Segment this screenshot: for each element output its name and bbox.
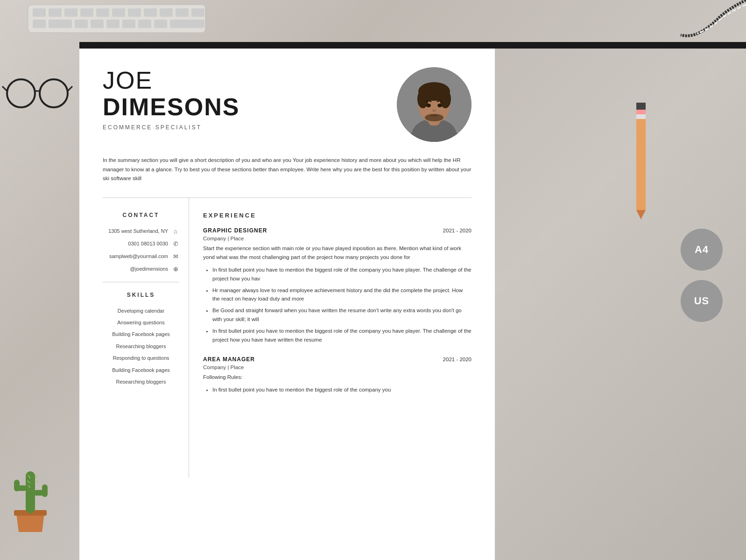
skill-item: Building Facebook pages (103, 367, 179, 374)
svg-rect-22 (122, 20, 135, 28)
svg-point-51 (426, 104, 431, 107)
badge-a4-label: A4 (695, 244, 709, 256)
svg-rect-8 (64, 8, 77, 17)
resume-paper: JOE DIMESONS ECOMMERCE SPECIALIST (79, 49, 495, 560)
contact-address-item: 1305 west Sutherland, NY ⌂ (103, 228, 179, 235)
bullet-item: In first bullet point you have to mentio… (212, 327, 472, 344)
two-column-section: CONTACT 1305 west Sutherland, NY ⌂ 0301 … (103, 198, 472, 478)
svg-rect-9 (80, 8, 93, 17)
last-name: DIMESONS (103, 94, 239, 120)
badge-us[interactable]: US (681, 280, 723, 322)
svg-rect-23 (138, 20, 151, 28)
cactus-decoration (0, 443, 79, 537)
skill-item: Researching bloggers (103, 378, 179, 385)
home-icon: ⌂ (172, 228, 179, 235)
experience-section-title: EXPERIENCE (203, 212, 472, 219)
left-column: CONTACT 1305 west Sutherland, NY ⌂ 0301 … (103, 198, 189, 478)
svg-rect-27 (26, 471, 35, 513)
pencil-decoration (634, 93, 681, 233)
right-column: EXPERIENCE GRAPHIC DESIGNER 2021 - 2020 … (189, 198, 472, 478)
job-title-header: ECOMMERCE SPECIALIST (103, 124, 239, 131)
job-entry-1: GRAPHIC DESIGNER 2021 - 2020 Company | P… (203, 227, 472, 345)
svg-rect-25 (170, 20, 204, 28)
contact-email-item: samplweb@yourmail.com ✉ (103, 253, 179, 260)
email-text: samplweb@yourmail.com (109, 253, 168, 259)
svg-rect-41 (636, 103, 646, 110)
svg-rect-14 (160, 8, 173, 17)
job-entry-2: AREA MANAGER 2021 - 2020 Company | Place… (203, 356, 472, 394)
phone-text: 0301 08013 0030 (128, 241, 168, 246)
skill-item: Responding to questions (103, 355, 179, 362)
skill-item: Developing calendar (103, 308, 179, 315)
summary-text: In the summary section you will give a s… (103, 156, 472, 183)
badge-us-label: US (694, 295, 710, 307)
svg-marker-37 (636, 210, 646, 219)
svg-rect-6 (33, 8, 46, 17)
skill-item: Researching bloggers (103, 343, 179, 350)
address-text: 1305 west Sutherland, NY (108, 228, 168, 234)
job-1-dates: 2021 - 2020 (443, 228, 472, 233)
keyboard-decoration (23, 0, 257, 47)
job-1-bullets: In first bullet point you have to mentio… (203, 266, 472, 345)
skills-section-title: SKILLS (103, 292, 179, 298)
bullet-item: In first bullet point you have to mentio… (212, 385, 472, 394)
glasses-decoration (0, 70, 79, 163)
svg-point-0 (7, 79, 35, 107)
job-2-description: Following Rules: (203, 373, 472, 382)
job-1-description: Start the experience section with main r… (203, 244, 472, 262)
svg-line-4 (68, 86, 72, 91)
svg-point-52 (437, 104, 442, 107)
svg-rect-12 (128, 8, 141, 17)
svg-line-3 (2, 86, 7, 91)
first-name: JOE (103, 67, 239, 94)
profile-photo (397, 67, 472, 142)
job-header-1: GRAPHIC DESIGNER 2021 - 2020 (203, 227, 472, 234)
svg-rect-7 (49, 8, 62, 17)
resume-header: JOE DIMESONS ECOMMERCE SPECIALIST (103, 67, 472, 142)
job-1-company: Company | Place (203, 236, 472, 241)
svg-point-53 (432, 109, 436, 112)
svg-rect-17 (33, 20, 46, 28)
svg-line-35 (35, 475, 37, 478)
contact-phone-item: 0301 08013 0030 ✆ (103, 240, 179, 247)
contact-social-item: @joedimensions ⊕ (103, 266, 179, 273)
job-2-company: Company | Place (203, 364, 472, 370)
name-block: JOE DIMESONS ECOMMERCE SPECIALIST (103, 67, 239, 131)
bullet-item: Be Good and straight forward when you ha… (212, 306, 472, 324)
svg-point-54 (425, 114, 443, 121)
svg-rect-21 (106, 20, 120, 28)
job-2-bullets: In first bullet point you have to mentio… (203, 385, 472, 394)
svg-rect-29 (14, 480, 20, 491)
svg-rect-10 (96, 8, 109, 17)
svg-rect-31 (42, 484, 48, 497)
cable-decoration (653, 0, 746, 47)
bullet-item: In first bullet point you have to mentio… (212, 266, 472, 283)
email-icon: ✉ (172, 253, 179, 260)
svg-point-1 (40, 79, 68, 107)
skills-list: Developing calendar Answering questions … (103, 308, 179, 386)
skill-item: Answering questions (103, 319, 179, 326)
contact-divider (103, 282, 179, 282)
badge-a4[interactable]: A4 (681, 229, 723, 271)
svg-rect-38 (636, 117, 646, 210)
skill-item: Building Facebook pages (103, 331, 179, 338)
contact-section-title: CONTACT (103, 212, 179, 218)
svg-rect-15 (176, 8, 189, 17)
phone-icon: ✆ (172, 240, 179, 247)
svg-rect-13 (144, 8, 157, 17)
svg-rect-18 (49, 20, 72, 28)
job-header-2: AREA MANAGER 2021 - 2020 (203, 356, 472, 363)
svg-rect-24 (154, 20, 167, 28)
social-text: @joedimensions (130, 266, 169, 272)
svg-rect-11 (112, 8, 125, 17)
svg-line-36 (35, 481, 38, 483)
job-1-title: GRAPHIC DESIGNER (203, 227, 267, 234)
svg-rect-16 (191, 8, 204, 17)
web-icon: ⊕ (172, 266, 179, 273)
bullet-item: Hr manager always love to read employee … (212, 286, 472, 304)
job-2-title: AREA MANAGER (203, 356, 255, 363)
svg-rect-19 (75, 20, 88, 28)
svg-rect-20 (91, 20, 104, 28)
job-2-dates: 2021 - 2020 (443, 357, 472, 362)
